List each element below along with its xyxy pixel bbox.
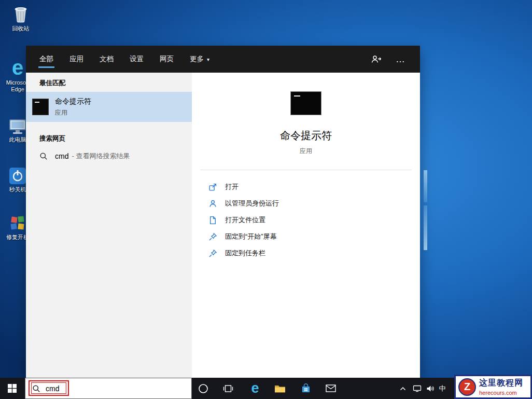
search-tabs-bar: 全部 应用 文档 设置 网页 更多▾ … [26,46,420,73]
pin-icon [208,249,218,258]
action-label: 固定到任务栏 [225,249,265,258]
recycle-bin-icon [4,3,37,24]
preview-pane: 命令提示符 应用 打开 以管理员身份运行 [192,73,420,378]
folder-icon [274,384,286,393]
desktop-icon-label: 回收站 [4,25,37,32]
wallpaper-light-beam [424,205,427,250]
search-results: 最佳匹配 命令提示符 应用 搜索网页 cmd - 查看网络搜索结果 命令 [26,73,420,378]
search-flyout: 全部 应用 文档 设置 网页 更多▾ … 最佳匹配 命令提示符 应用 [26,46,420,378]
tray-network[interactable] [410,378,424,399]
search-icon [32,384,40,393]
action-open-file-location[interactable]: 打开文件位置 [208,212,420,228]
cortana-icon [198,383,208,394]
tab-label: 全部 [39,54,53,64]
best-match-result[interactable]: 命令提示符 应用 [26,92,192,122]
tab-label: 应用 [69,54,83,64]
action-pin-to-start[interactable]: 固定到“开始”屏幕 [208,228,420,245]
store-button[interactable] [295,378,317,399]
preview-subtitle: 应用 [192,147,420,156]
more-options-icon[interactable]: … [396,57,405,62]
pin-icon [208,232,218,241]
best-match-title: 命令提示符 [55,97,91,106]
mail-button[interactable] [319,378,342,399]
web-query-suffix: - 查看网络搜索结果 [72,152,130,161]
sign-in-icon[interactable] [371,54,381,64]
best-match-text: 命令提示符 应用 [55,97,91,117]
tab-all[interactable]: 全部 [39,46,53,73]
tray-chevron-up[interactable] [395,378,411,399]
task-view-button[interactable] [217,378,240,399]
file-explorer-button[interactable] [269,378,291,399]
desktop-icon-recycle-bin[interactable]: 回收站 [4,3,37,32]
tab-apps[interactable]: 应用 [69,46,83,73]
start-button[interactable] [0,378,24,399]
action-open[interactable]: 打开 [208,178,420,195]
action-label: 以管理员身份运行 [225,199,279,208]
edge-taskbar-button[interactable]: e [244,378,267,399]
web-query: cmd [55,152,68,160]
edge-icon: e [251,381,259,395]
watermark-site-name: 这里教程网 [479,378,523,389]
tab-label: 更多 [190,54,204,64]
taskbar: cmd e 中 [0,378,532,399]
tab-documents[interactable]: 文档 [100,46,114,73]
tab-settings[interactable]: 设置 [130,46,144,73]
cmd-terminal-icon [32,99,49,115]
desktop: 回收站 e Microsoft Edge 此电脑 秒关机 修复开机 全部 应用 … [0,0,532,399]
action-label: 打开文件位置 [225,215,265,225]
watermark-site-url: herecours.com [479,390,523,396]
store-bag-icon [301,383,311,393]
action-run-as-admin[interactable]: 以管理员身份运行 [208,195,420,212]
tab-web[interactable]: 网页 [160,46,174,73]
tab-more[interactable]: 更多▾ [190,46,209,73]
header-right-controls: … [371,54,420,64]
watermark-text: 这里教程网 herecours.com [479,378,523,396]
windows-logo-icon [8,384,17,393]
network-icon [413,385,422,392]
best-match-header: 最佳匹配 [26,73,192,91]
admin-user-icon [208,199,218,208]
chevron-down-icon: ▾ [207,57,209,62]
search-web-header: 搜索网页 [26,128,192,146]
tab-label: 网页 [160,54,174,64]
mail-icon [326,384,336,392]
watermark-logo: Z [458,378,476,396]
volume-icon [426,385,435,392]
wallpaper-light-beam [424,170,427,202]
cmd-terminal-icon-large [290,91,321,115]
task-view-icon [223,384,233,393]
ime-indicator: 中 [439,384,446,393]
cortana-button[interactable] [192,378,215,399]
taskbar-search-input[interactable]: cmd [25,378,192,399]
tray-ime[interactable]: 中 [436,378,449,399]
action-list: 打开 以管理员身份运行 打开文件位置 [192,170,420,262]
tab-label: 文档 [100,54,114,64]
action-label: 固定到“开始”屏幕 [225,232,277,241]
web-search-result[interactable]: cmd - 查看网络搜索结果 [26,146,192,166]
file-location-icon [208,215,218,225]
chevron-up-icon [400,387,406,391]
best-match-subtitle: 应用 [55,108,91,117]
action-label: 打开 [225,182,239,191]
search-icon [39,152,48,160]
tab-label: 设置 [130,54,144,64]
action-pin-to-taskbar[interactable]: 固定到任务栏 [208,245,420,262]
open-icon [208,182,218,191]
taskbar-search-value: cmd [46,384,59,393]
watermark: Z 这里教程网 herecours.com [454,375,532,399]
results-list: 最佳匹配 命令提示符 应用 搜索网页 cmd - 查看网络搜索结果 [26,73,192,378]
preview-title: 命令提示符 [192,129,420,143]
